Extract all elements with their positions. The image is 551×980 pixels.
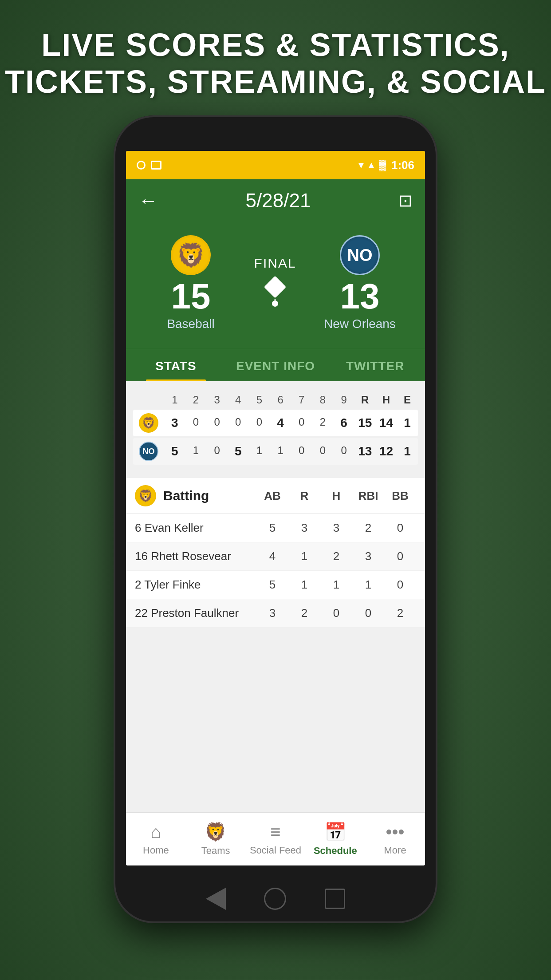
inning-1-header: 1 <box>165 394 184 406</box>
tab-stats[interactable]: STATS <box>126 349 226 381</box>
tab-event-info[interactable]: EVENT INFO <box>226 349 326 381</box>
nav-teams[interactable]: 🦁 Teams <box>186 822 246 857</box>
nav-home[interactable]: ⌂ Home <box>126 822 186 856</box>
player-0-r: 3 <box>288 521 320 535</box>
player-3-rbi: 0 <box>352 606 384 620</box>
batting-header: 🦁 Batting AB R H RBI BB <box>126 478 425 514</box>
away-inn-7: 0 <box>292 444 311 458</box>
nav-more[interactable]: ••• More <box>365 822 425 856</box>
schedule-nav-label: Schedule <box>314 845 357 857</box>
player-1-h: 2 <box>320 549 352 563</box>
col-bb: BB <box>384 489 416 503</box>
social-feed-nav-icon: ≡ <box>270 822 280 842</box>
player-1-bb: 0 <box>384 549 416 563</box>
android-back-btn[interactable] <box>206 888 226 910</box>
wifi-icon: ▾ <box>358 159 363 171</box>
nav-social-feed[interactable]: ≡ Social Feed <box>246 822 306 856</box>
player-name-1: 16 Rhett Rosevear <box>135 549 256 563</box>
player-2-h: 1 <box>320 578 352 592</box>
player-row-3: 22 Preston Faulkner 3 2 0 0 2 <box>126 599 425 628</box>
stats-content: 1 2 3 4 5 6 7 8 9 R H E <box>126 381 425 628</box>
status-left <box>137 161 161 170</box>
nav-schedule[interactable]: 📅 Schedule <box>305 822 365 857</box>
promo-title-line1: LIVE SCORES & STATISTICS, <box>0 27 551 63</box>
home-inn-2: 0 <box>186 416 205 430</box>
status-right: ▾ ▴ ▓ 1:06 <box>358 158 414 172</box>
home-inn-1: 3 <box>165 416 184 430</box>
baseball-diamond-icon <box>257 275 293 311</box>
player-2-bb: 0 <box>384 578 416 592</box>
player-1-ab: 4 <box>256 549 288 563</box>
away-hits: 12 <box>377 444 395 458</box>
player-name-0: 6 Evan Keller <box>135 521 256 535</box>
inning-3-header: 3 <box>208 394 226 406</box>
back-button[interactable]: ← <box>138 190 158 212</box>
player-0-rbi: 2 <box>352 521 384 535</box>
score-row: 🦁 15 Baseball FINAL NO <box>135 235 416 331</box>
player-2-r: 1 <box>288 578 320 592</box>
home-innings: 3 0 0 0 0 4 0 2 6 15 14 1 <box>164 416 418 430</box>
away-team-block: NO 13 New Orleans <box>324 235 396 331</box>
bottom-nav: ⌂ Home 🦁 Teams ≡ Social Feed 📅 Schedule … <box>126 812 425 865</box>
app-header: ← 5/28/21 ⊡ <box>126 179 425 222</box>
home-team-block: 🦁 15 Baseball <box>155 235 226 331</box>
home-runs: 15 <box>356 416 374 430</box>
sb-innings-header: 1 2 3 4 5 6 7 8 9 R H E <box>164 394 418 406</box>
player-1-r: 1 <box>288 549 320 563</box>
tab-twitter[interactable]: TWITTER <box>325 349 425 381</box>
home-inn-8: 2 <box>313 416 332 430</box>
home-score-row: 🦁 3 0 0 0 0 4 0 2 6 15 14 1 <box>133 410 418 436</box>
away-inn-5: 1 <box>250 444 268 458</box>
away-inn-6: 1 <box>271 444 290 458</box>
score-area: 🦁 15 Baseball FINAL NO <box>126 222 425 349</box>
away-inn-2: 1 <box>186 444 205 458</box>
save-button[interactable]: ⊡ <box>398 191 413 210</box>
home-team-name: Baseball <box>167 317 214 331</box>
away-team-name: New Orleans <box>324 317 396 331</box>
col-rbi: RBI <box>352 489 384 503</box>
player-0-ab: 5 <box>256 521 288 535</box>
home-nav-icon: ⌂ <box>150 822 161 842</box>
player-name-2: 2 Tyler Finke <box>135 578 256 592</box>
more-nav-icon: ••• <box>386 822 405 842</box>
teams-nav-label: Teams <box>201 845 230 857</box>
game-center: FINAL <box>235 256 315 311</box>
phone-hardware-nav <box>187 888 364 910</box>
player-row-1: 16 Rhett Rosevear 4 1 2 3 0 <box>126 542 425 571</box>
away-sb-logo: NO <box>133 442 164 461</box>
android-recents-btn[interactable] <box>325 889 345 909</box>
home-team-logo: 🦁 <box>171 235 211 275</box>
status-time: 1:06 <box>391 158 414 172</box>
player-3-ab: 3 <box>256 606 288 620</box>
player-2-ab: 5 <box>256 578 288 592</box>
phone-device: ▾ ▴ ▓ 1:06 ← 5/28/21 ⊡ 🦁 15 Baseball <box>114 115 437 923</box>
scoreboard-header: 1 2 3 4 5 6 7 8 9 R H E <box>133 390 418 410</box>
col-ab: AB <box>256 489 288 503</box>
player-row-0: 6 Evan Keller 5 3 3 2 0 <box>126 514 425 542</box>
away-mini-logo: NO <box>139 442 158 461</box>
home-nav-label: Home <box>143 845 169 856</box>
home-inn-7: 0 <box>292 416 311 430</box>
android-home-btn[interactable] <box>264 888 286 910</box>
home-inn-4: 0 <box>229 416 248 430</box>
player-2-rbi: 1 <box>352 578 384 592</box>
svg-point-1 <box>272 300 278 307</box>
phone-screen: ▾ ▴ ▓ 1:06 ← 5/28/21 ⊡ 🦁 15 Baseball <box>126 151 425 865</box>
schedule-nav-icon: 📅 <box>324 822 346 842</box>
promo-header: LIVE SCORES & STATISTICS, TICKETS, STREA… <box>0 27 551 100</box>
home-sb-logo: 🦁 <box>133 413 164 433</box>
away-team-logo: NO <box>340 235 380 275</box>
more-nav-label: More <box>384 845 406 856</box>
home-inn-6: 4 <box>271 416 290 430</box>
away-inn-1: 5 <box>165 444 184 458</box>
inning-4-header: 4 <box>229 394 248 406</box>
inning-8-header: 8 <box>313 394 332 406</box>
inning-6-header: 6 <box>271 394 290 406</box>
hits-header: H <box>377 394 395 406</box>
batting-section: 🦁 Batting AB R H RBI BB 6 Evan Keller 5 … <box>126 478 425 628</box>
col-h: H <box>320 489 352 503</box>
away-inn-8: 0 <box>313 444 332 458</box>
player-3-bb: 2 <box>384 606 416 620</box>
home-team-score: 15 <box>171 279 211 314</box>
home-inn-3: 0 <box>208 416 226 430</box>
